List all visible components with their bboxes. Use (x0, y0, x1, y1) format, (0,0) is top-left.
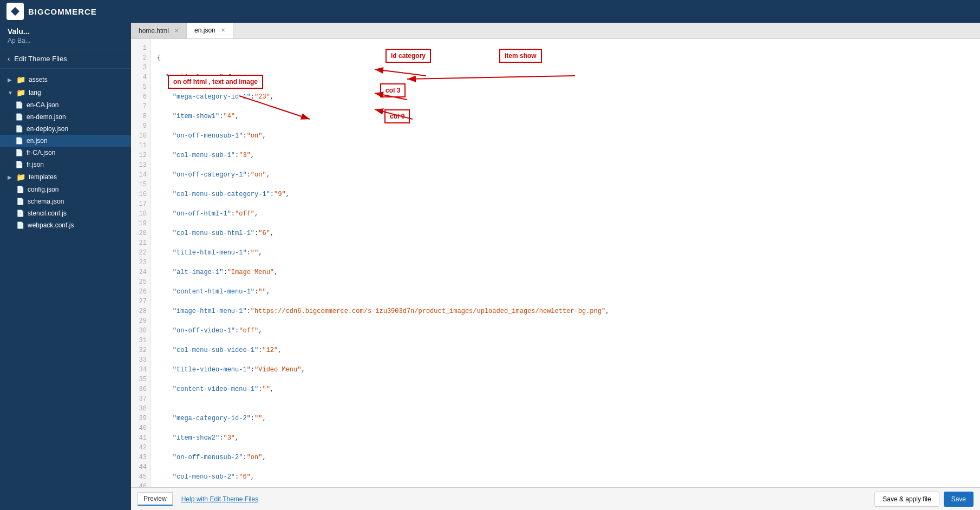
logo-icon (6, 3, 24, 20)
file-icon: 📄 (16, 186, 24, 193)
svg-point-0 (13, 9, 17, 14)
bottom-left: Preview Help with Edit Theme Files (138, 492, 258, 506)
sidebar-item-label: config.json (28, 186, 58, 193)
annotation-item-show: item show (499, 49, 542, 63)
file-icon: 📄 (15, 125, 23, 133)
help-link[interactable]: Help with Edit Theme Files (181, 495, 259, 503)
annotation-col-3: col 3 (380, 83, 406, 97)
sidebar-item-label: fr-CA.json (27, 149, 55, 156)
preview-tab[interactable]: Preview (138, 492, 173, 506)
sidebar-item-label: assets (29, 76, 48, 83)
sidebar-item-label: lang (29, 89, 41, 96)
sidebar-edit-theme[interactable]: ‹ Edit Theme Files (0, 49, 131, 69)
sidebar-item-schema[interactable]: 📄 schema.json (0, 195, 131, 207)
annotation-col-9: col 9 (384, 109, 410, 123)
folder-icon: 📁 (16, 88, 25, 97)
file-icon: 📄 (15, 113, 23, 121)
file-icon: 📄 (16, 198, 24, 205)
expand-icon: ▶ (8, 174, 13, 180)
sidebar-item-fr-ca[interactable]: 📄 fr-CA.json (0, 147, 131, 159)
tab-label: en.json (194, 27, 215, 34)
line-numbers: 1 2 3 4 5 6 7 8 9 10 11 12 13 14 15 16 1 (131, 39, 151, 487)
folder-icon: 📁 (16, 173, 25, 181)
sidebar-value-sub: Ap Ba... (8, 37, 123, 44)
sidebar: Valu... Ap Ba... ‹ Edit Theme Files ▶ 📁 … (0, 23, 131, 510)
bottom-right: Save & apply file Save (874, 492, 974, 507)
editor-area: home.html ✕ en.json ✕ (131, 23, 980, 510)
tab-close-icon[interactable]: ✕ (221, 27, 225, 33)
sidebar-item-en-json[interactable]: 📄 en.json (0, 135, 131, 147)
code-editor[interactable]: 1 2 3 4 5 6 7 8 9 10 11 12 13 14 15 16 1 (131, 39, 980, 487)
file-icon: 📄 (15, 137, 23, 145)
sidebar-item-lang[interactable]: ▼ 📁 lang (0, 86, 131, 99)
file-icon: 📄 (16, 210, 24, 217)
bottom-bar: Preview Help with Edit Theme Files Save … (131, 487, 980, 510)
tab-en-json[interactable]: en.json ✕ (187, 23, 233, 38)
sidebar-item-webpack[interactable]: 📄 webpack.conf.js (0, 219, 131, 231)
sidebar-value-title: Valu... (8, 27, 123, 36)
sidebar-item-config[interactable]: 📄 config.json (0, 184, 131, 195)
sidebar-item-templates[interactable]: ▶ 📁 templates (0, 171, 131, 184)
expand-icon: ▼ (8, 90, 13, 96)
code-content[interactable]: { "vertical-menu":{ "mega-category-id-1"… (151, 39, 980, 487)
file-icon: 📄 (15, 101, 23, 109)
sidebar-item-label: schema.json (28, 198, 64, 205)
sidebar-item-label: en-CA.json (27, 101, 58, 109)
sidebar-item-en-deploy[interactable]: 📄 en-deploy.json (0, 123, 131, 135)
sidebar-item-en-ca[interactable]: 📄 en-CA.json (0, 99, 131, 111)
sidebar-item-label: en.json (27, 137, 48, 145)
sidebar-item-label: webpack.conf.js (28, 221, 74, 229)
file-tree: ▶ 📁 assets ▼ 📁 lang 📄 en-CA.json 📄 en-de… (0, 69, 131, 510)
tab-close-icon[interactable]: ✕ (174, 28, 179, 34)
sidebar-item-stencil[interactable]: 📄 stencil.conf.js (0, 207, 131, 219)
folder-icon: 📁 (16, 75, 25, 84)
tabs-bar: home.html ✕ en.json ✕ (131, 23, 980, 39)
main-layout: Valu... Ap Ba... ‹ Edit Theme Files ▶ 📁 … (0, 23, 980, 510)
expand-icon: ▶ (8, 77, 13, 83)
annotation-on-off-html: on off html , text and image (168, 75, 263, 89)
file-icon: 📄 (16, 221, 24, 229)
sidebar-item-label: stencil.conf.js (28, 210, 67, 217)
sidebar-item-label: en-demo.json (27, 113, 66, 121)
sidebar-item-label: en-deploy.json (27, 125, 68, 133)
tab-home-html[interactable]: home.html ✕ (131, 23, 187, 38)
sidebar-item-en-demo[interactable]: 📄 en-demo.json (0, 111, 131, 123)
logo: BIGCOMMERCE (6, 3, 97, 20)
top-bar: BIGCOMMERCE (0, 0, 980, 23)
logo-text: BIGCOMMERCE (28, 7, 97, 16)
save-apply-button[interactable]: Save & apply file (874, 492, 939, 507)
save-button[interactable]: Save (944, 492, 974, 507)
sidebar-item-label: fr.json (27, 161, 44, 168)
chevron-left-icon: ‹ (8, 55, 10, 63)
sidebar-value-area: Valu... Ap Ba... (0, 23, 131, 49)
tab-label: home.html (139, 27, 169, 35)
sidebar-item-assets[interactable]: ▶ 📁 assets (0, 73, 131, 86)
edit-theme-label: Edit Theme Files (14, 55, 67, 63)
sidebar-item-label: templates (29, 173, 57, 181)
editor-wrapper: on off html , text and image id category… (131, 39, 980, 487)
annotation-id-category: id category (386, 49, 431, 63)
file-icon: 📄 (15, 149, 23, 156)
sidebar-item-fr-json[interactable]: 📄 fr.json (0, 159, 131, 171)
file-icon: 📄 (15, 161, 23, 168)
